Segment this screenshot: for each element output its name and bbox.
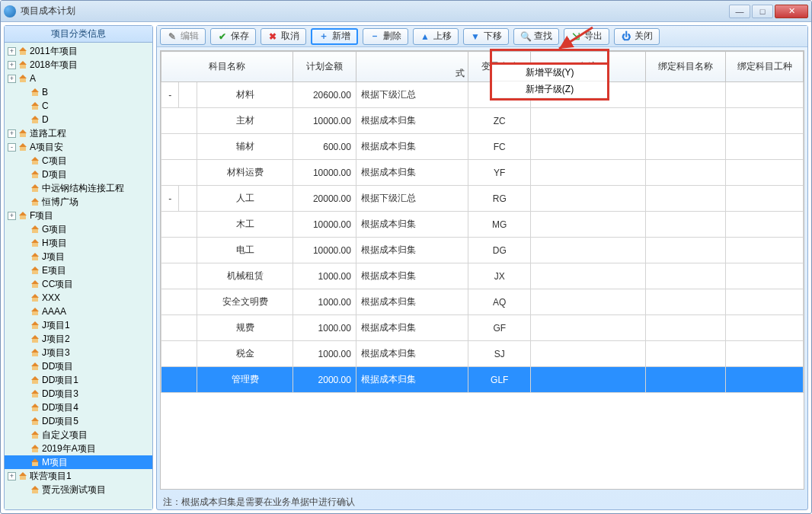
table-row[interactable]: 税金1000.00根据成本归集SJ	[161, 341, 804, 367]
tree-item[interactable]: XXX	[5, 291, 152, 305]
minimize-button[interactable]: —	[729, 5, 750, 18]
cell-var: FC	[468, 134, 531, 160]
add-button[interactable]: ＋新增	[311, 28, 358, 45]
collapse-icon[interactable]: -	[168, 90, 171, 101]
tree-item[interactable]: +联营项目1	[5, 469, 152, 483]
tree-item[interactable]: DD项目4	[5, 401, 152, 414]
tree-item[interactable]: AAAA	[5, 305, 152, 318]
table-row[interactable]: 辅材600.00根据成本归集FC	[161, 134, 804, 160]
tree-item[interactable]: 恒博广场	[5, 195, 152, 209]
tree-item-label: XXX	[42, 292, 60, 303]
tree-item[interactable]: 贾元强测试项目	[5, 483, 152, 496]
export-button[interactable]: ⇲导出	[564, 28, 609, 45]
tree-item-label: 贾元强测试项目	[42, 484, 106, 496]
tree-item[interactable]: CC项目	[5, 277, 152, 291]
cell-name: 机械租赁	[197, 263, 293, 289]
house-icon	[18, 128, 28, 139]
tree-item[interactable]: C项目	[5, 154, 152, 168]
collapse-icon[interactable]: -	[8, 143, 16, 152]
tree-item[interactable]: DD项目5	[5, 414, 152, 428]
add-child-item[interactable]: 新增子级(Z)	[492, 81, 607, 98]
table-row[interactable]: 木工10000.00根据成本归集MG	[161, 212, 804, 238]
table-row[interactable]: 材料运费10000.00根据成本归集YF	[161, 160, 804, 186]
cell-var: AQ	[468, 289, 531, 315]
tree-item-label: DD项目5	[42, 415, 78, 428]
cell-bind-type	[726, 186, 804, 212]
close-button[interactable]: ⏻关闭	[614, 28, 660, 45]
expand-icon[interactable]: +	[8, 61, 16, 69]
tree-item[interactable]: D	[5, 113, 152, 126]
maximize-button[interactable]: □	[752, 5, 773, 18]
cell-note	[531, 263, 645, 289]
expand-icon[interactable]: +	[8, 472, 16, 480]
table-row[interactable]: 规费1000.00根据成本归集GF	[161, 315, 804, 341]
table-row[interactable]: -材料20600.00根据下级汇总CL	[161, 82, 804, 108]
pencil-icon: ✎	[167, 31, 177, 42]
tree-item[interactable]: J项目	[5, 250, 152, 263]
tree-item[interactable]: 中远钢结构连接工程	[5, 181, 152, 195]
table-row[interactable]: 主材10000.00根据成本归集ZC	[161, 108, 804, 134]
expand-icon[interactable]: +	[8, 47, 16, 56]
tree-item[interactable]: +A	[5, 72, 152, 85]
find-button[interactable]: 🔍查找	[513, 28, 559, 45]
table-row[interactable]: 机械租赁1000.00根据成本归集JX	[161, 263, 804, 289]
col-header-bind-name[interactable]: 绑定科目名称	[645, 52, 726, 82]
tree-item[interactable]: B	[5, 85, 152, 99]
tree-spacer	[20, 390, 28, 398]
cell-note	[531, 186, 645, 212]
col-header-amount[interactable]: 计划金额	[293, 52, 356, 82]
tree-spacer	[20, 294, 28, 302]
tree-item[interactable]: DD项目	[5, 359, 152, 373]
edit-button[interactable]: ✎编辑	[160, 28, 206, 45]
tree-item[interactable]: M项目	[5, 455, 152, 469]
tree-item[interactable]: +2018年项目	[5, 58, 152, 72]
table-row[interactable]: 安全文明费1000.00根据成本归集AQ	[161, 289, 804, 315]
tree-spacer	[20, 280, 28, 289]
table-row[interactable]: 电工10000.00根据成本归集DG	[161, 238, 804, 263]
move-down-button[interactable]: ▼下移	[463, 28, 509, 45]
cost-table[interactable]: 科目名称 计划金额 式 变量名称 备注 绑定科目名称 绑定科目工种 -材料206…	[161, 51, 804, 393]
tree-item[interactable]: E项目	[5, 263, 152, 277]
tree-item[interactable]: +2011年项目	[5, 44, 152, 58]
table-row[interactable]: 管理费2000.00根据成本归集GLF	[161, 367, 804, 393]
cancel-button[interactable]: ✖取消	[261, 28, 306, 45]
tree-item[interactable]: DD项目1	[5, 373, 152, 387]
tree-item[interactable]: 2019年A项目	[5, 442, 152, 455]
tree-item-label: A	[30, 73, 36, 84]
app-icon	[4, 5, 16, 18]
col-header-bind-type[interactable]: 绑定科目工种	[726, 52, 804, 82]
tree-spacer	[20, 376, 28, 385]
tree-item[interactable]: J项目3	[5, 346, 152, 359]
tree-item-label: H项目	[42, 237, 67, 250]
tree-item[interactable]: C	[5, 99, 152, 113]
tree-item[interactable]: D项目	[5, 168, 152, 181]
col-header-name[interactable]: 科目名称	[161, 52, 293, 82]
add-sibling-item[interactable]: 新增平级(Y)	[492, 65, 607, 81]
tree-item[interactable]: +道路工程	[5, 126, 152, 140]
project-tree[interactable]: +2011年项目+2018年项目+ABCD+道路工程-A项目安C项目D项目中远钢…	[5, 43, 152, 509]
sidebar-header: 项目分类信息	[5, 26, 152, 43]
close-window-button[interactable]: ✕	[775, 5, 808, 18]
cell-name: 电工	[197, 238, 293, 263]
tree-item[interactable]: +F项目	[5, 209, 152, 222]
table-row[interactable]: -人工20000.00根据下级汇总RG	[161, 186, 804, 212]
tree-item[interactable]: J项目1	[5, 318, 152, 332]
expand-icon[interactable]: +	[8, 75, 16, 83]
collapse-icon[interactable]: -	[168, 193, 171, 204]
delete-button[interactable]: －删除	[363, 28, 408, 45]
tree-item[interactable]: G项目	[5, 222, 152, 236]
save-button[interactable]: ✔保存	[210, 28, 256, 45]
tree-item[interactable]: J项目2	[5, 332, 152, 346]
move-up-button[interactable]: ▲上移	[413, 28, 459, 45]
tree-item[interactable]: DD项目3	[5, 387, 152, 401]
window-title: 项目成本计划	[21, 5, 729, 18]
cell-amount: 1000.00	[293, 289, 356, 315]
tree-item[interactable]: H项目	[5, 236, 152, 250]
tree-item[interactable]: -A项目安	[5, 140, 152, 154]
tree-spacer	[20, 267, 28, 275]
cell-bind-name	[645, 289, 726, 315]
expand-icon[interactable]: +	[8, 129, 16, 138]
cell-amount: 20000.00	[293, 186, 356, 212]
expand-icon[interactable]: +	[8, 212, 16, 220]
tree-item[interactable]: 自定义项目	[5, 428, 152, 442]
